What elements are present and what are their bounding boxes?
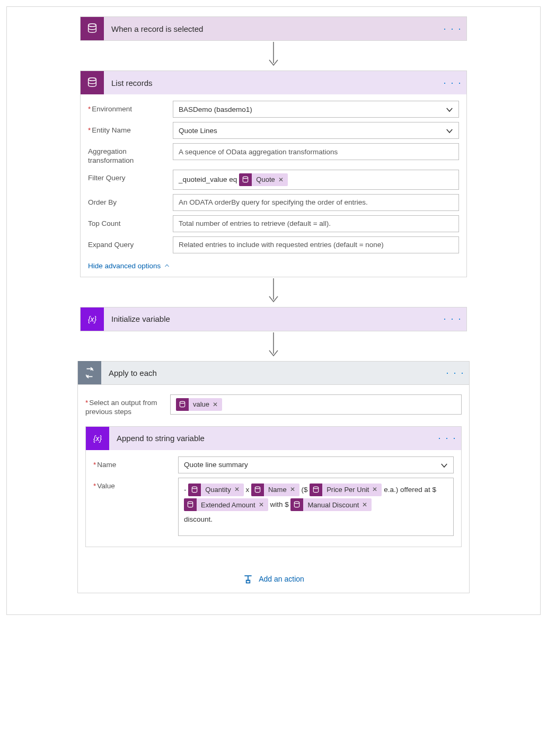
database-icon xyxy=(184,498,197,511)
remove-token-button[interactable]: ✕ xyxy=(213,401,218,408)
more-menu-button[interactable]: · · · xyxy=(437,429,458,448)
field-label: Aggregation transformation xyxy=(88,143,173,165)
svg-text:{x}: {x} xyxy=(93,434,102,442)
remove-token-button[interactable]: ✕ xyxy=(372,483,377,496)
database-icon xyxy=(290,498,303,511)
step-append-to-string[interactable]: {x} Append to string variable · · · Name… xyxy=(85,426,462,547)
step-title: List records xyxy=(104,78,442,87)
field-label: Entity Name xyxy=(88,122,173,135)
environment-select[interactable]: BASDemo (basdemo1) xyxy=(173,101,459,118)
dynamic-token-value[interactable]: value ✕ xyxy=(176,398,222,411)
dynamic-token-manual-discount[interactable]: Manual Discount✕ xyxy=(290,498,372,511)
database-icon xyxy=(310,484,322,496)
database-icon xyxy=(251,484,264,496)
field-label: Select an output from previous steps xyxy=(85,394,170,417)
remove-token-button[interactable]: ✕ xyxy=(234,483,240,496)
more-menu-button[interactable]: · · · xyxy=(445,363,466,382)
remove-token-button[interactable]: ✕ xyxy=(362,498,367,512)
step-list-records[interactable]: List records · · · Environment BASDemo (… xyxy=(80,71,467,277)
select-output-input[interactable]: value ✕ xyxy=(170,394,462,415)
aggregation-input[interactable]: A sequence of OData aggregation transfor… xyxy=(173,143,459,160)
database-icon xyxy=(188,484,201,496)
connector-arrow xyxy=(266,41,281,71)
field-label: Order By xyxy=(88,194,173,207)
field-label: Expand Query xyxy=(88,236,173,250)
step-apply-to-each[interactable]: Apply to each · · · Select an output fro… xyxy=(77,361,470,593)
more-menu-button[interactable]: · · · xyxy=(442,19,463,38)
step-title: Apply to each xyxy=(101,368,445,377)
database-icon xyxy=(81,71,104,94)
field-label: Filter Query xyxy=(88,170,173,183)
svg-point-11 xyxy=(314,487,319,489)
step-initialize-variable[interactable]: {x} Initialize variable · · · xyxy=(80,307,467,331)
field-label: Top Count xyxy=(88,215,173,228)
dynamic-token-price-per-unit[interactable]: Price Per Unit✕ xyxy=(310,484,382,496)
step-title: Append to string variable xyxy=(109,434,437,443)
variable-icon: {x} xyxy=(86,427,109,450)
chevron-down-icon xyxy=(439,461,449,470)
filter-query-input[interactable]: _quoteid_value eq Quote ✕ xyxy=(173,170,459,190)
hide-advanced-link[interactable]: Hide advanced options xyxy=(88,262,170,270)
entity-select[interactable]: Quote Lines xyxy=(173,122,459,139)
svg-point-9 xyxy=(192,487,197,489)
step-trigger[interactable]: When a record is selected · · · xyxy=(80,16,467,41)
value-input[interactable]: - Quantity✕ x Name✕ ($ Price Per Unit✕ e… xyxy=(178,478,454,536)
dynamic-token-product-name[interactable]: Name✕ xyxy=(251,484,299,496)
remove-token-button[interactable]: ✕ xyxy=(290,483,295,496)
svg-point-0 xyxy=(89,24,96,27)
variable-name-select[interactable]: Quote line summary xyxy=(178,456,454,473)
dynamic-token-quantity[interactable]: Quantity✕ xyxy=(188,484,243,496)
chevron-down-icon xyxy=(445,105,454,115)
remove-token-button[interactable]: ✕ xyxy=(259,498,264,512)
field-label: Value xyxy=(93,478,178,491)
svg-point-13 xyxy=(295,502,299,504)
variable-icon: {x} xyxy=(81,307,104,331)
chevron-down-icon xyxy=(445,126,454,136)
field-label: Environment xyxy=(88,101,173,114)
expand-input[interactable]: Related entries to include with requeste… xyxy=(173,236,459,253)
svg-text:{x}: {x} xyxy=(88,315,96,323)
svg-point-2 xyxy=(89,78,96,81)
svg-rect-16 xyxy=(246,580,250,583)
dynamic-token-quote[interactable]: Quote ✕ xyxy=(239,173,287,186)
loop-icon xyxy=(78,361,101,384)
database-icon xyxy=(81,17,104,40)
more-menu-button[interactable]: · · · xyxy=(442,310,463,329)
field-label: Name xyxy=(93,456,178,470)
more-menu-button[interactable]: · · · xyxy=(442,73,463,92)
remove-token-button[interactable]: ✕ xyxy=(278,176,284,183)
chevron-up-icon xyxy=(164,262,170,269)
insert-action-icon xyxy=(243,574,253,584)
connector-arrow xyxy=(266,331,281,361)
svg-point-7 xyxy=(180,401,184,403)
step-title: When a record is selected xyxy=(104,24,442,33)
orderby-input[interactable]: An ODATA orderBy query for specifying th… xyxy=(173,194,459,211)
add-action-button[interactable]: Add an action xyxy=(85,574,462,584)
svg-point-3 xyxy=(243,177,248,179)
svg-point-12 xyxy=(188,502,192,504)
dynamic-token-extended-amount[interactable]: Extended Amount✕ xyxy=(184,498,268,511)
step-title: Initialize variable xyxy=(104,314,442,323)
database-icon xyxy=(176,398,189,411)
svg-point-10 xyxy=(255,487,260,489)
topcount-input[interactable]: Total number of entries to retrieve (def… xyxy=(173,215,459,232)
connector-arrow xyxy=(266,277,281,307)
database-icon xyxy=(239,173,252,186)
